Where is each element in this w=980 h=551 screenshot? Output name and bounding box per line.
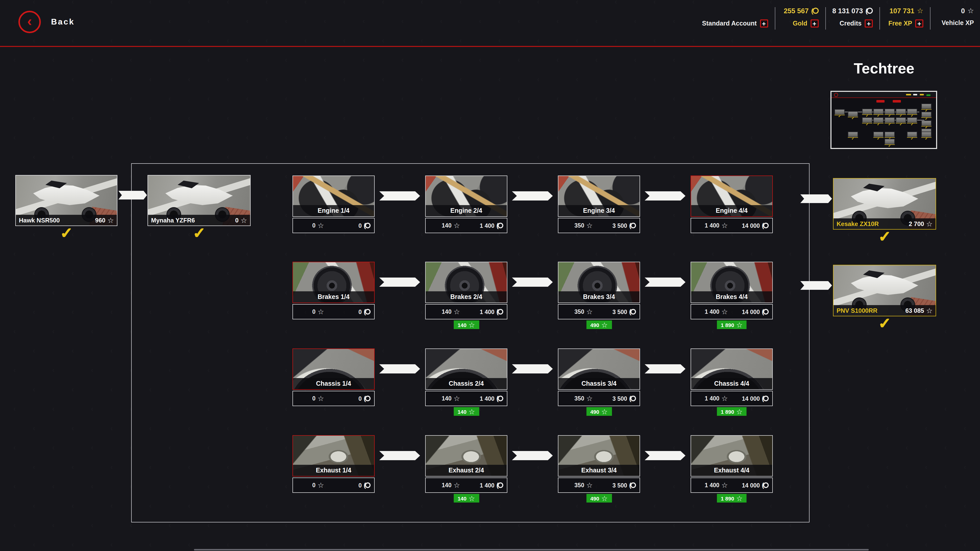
- upgrade-card[interactable]: Chassis 1/40☆0(: [293, 348, 375, 406]
- credits-value: 8 131 073: [832, 7, 863, 14]
- upgrade-cost-bar: 140☆1 400(: [425, 478, 508, 493]
- xp-cost: 0: [312, 395, 316, 402]
- arrow-icon: [645, 451, 686, 460]
- minimap-currency-dash: [926, 94, 931, 96]
- upgrade-card[interactable]: Engine 3/4350☆3 500(: [558, 176, 640, 233]
- gold-coin-icon: (: [811, 7, 819, 14]
- credits-cost: 14 000: [742, 482, 760, 488]
- credits-cost: 3 500: [612, 222, 627, 229]
- earned-xp-badge: 1 890☆: [717, 321, 747, 329]
- bike-photo: Hawk NSR500 960☆: [15, 175, 118, 226]
- divider: [930, 7, 931, 30]
- upgrade-row-brakes: Brakes 1/40☆0(Brakes 2/4140☆1 400(140☆Br…: [293, 262, 773, 319]
- upgrade-card[interactable]: Exhaust 2/4140☆1 400(140☆: [425, 435, 508, 493]
- upgrade-card[interactable]: Exhaust 3/4350☆3 500(490☆: [558, 435, 640, 493]
- star-icon: ☆: [586, 481, 593, 489]
- arrow-icon: [800, 281, 832, 290]
- upgrade-part-photo: Chassis 3/4: [558, 348, 640, 390]
- credits-cost: 1 400: [480, 309, 495, 315]
- upgrade-label: Chassis 4/4: [691, 378, 772, 389]
- star-icon: ☆: [318, 221, 324, 230]
- upgrade-card[interactable]: Chassis 3/4350☆3 500(490☆: [558, 348, 640, 406]
- minimap-bike-thumb: [907, 109, 917, 114]
- upgrade-cost-bar: 350☆3 500(: [558, 391, 640, 406]
- upgrade-label: Engine 3/4: [558, 205, 640, 216]
- earned-xp-badge: 140☆: [453, 407, 479, 416]
- bike-card-kesake-zx10r[interactable]: Kesake ZX10R 2 700☆ ✓: [833, 178, 936, 230]
- minimap-check-icon: ✓: [925, 137, 928, 141]
- bike-stars: 63 085: [905, 307, 924, 314]
- bike-stars: 2 700: [909, 220, 924, 227]
- earned-xp-badge: 1 890☆: [717, 407, 747, 416]
- star-icon: ☆: [586, 308, 593, 316]
- credits-cost: 1 400: [480, 222, 495, 229]
- upgrade-cost-bar: 0☆0(: [293, 391, 375, 406]
- account-plus-button[interactable]: +: [760, 19, 768, 27]
- credits-cost: 1 400: [480, 482, 495, 488]
- bike-card-hawk-nsr500[interactable]: Hawk NSR500 960☆ ✓: [15, 175, 118, 226]
- currency-bar: Standard Account + 255 567 ( Gold + 8 13…: [702, 6, 974, 30]
- xp-cost: 0: [312, 222, 316, 229]
- arrow-icon: [379, 191, 420, 200]
- upgrade-part-photo: Exhaust 3/4: [558, 435, 640, 476]
- star-icon: ☆: [721, 394, 728, 403]
- xp-cost: 0: [312, 309, 316, 315]
- vehicle-xp-value: 0: [961, 7, 965, 14]
- upgrade-card[interactable]: Exhaust 1/40☆0(: [293, 435, 375, 493]
- minimap-red-badge: [893, 100, 901, 103]
- star-icon: ☆: [926, 306, 932, 314]
- free-xp-label: Free XP: [888, 20, 912, 27]
- owned-check-icon: ✓: [60, 224, 73, 242]
- upgrade-card[interactable]: Brakes 4/41 400☆14 000(1 890☆: [690, 262, 773, 319]
- free-xp-star-icon: ☆: [917, 6, 923, 15]
- upgrade-cost-bar: 0☆0(: [293, 218, 375, 233]
- upgrade-label: Engine 4/4: [691, 205, 772, 216]
- bike-name: PNV S1000RR: [837, 307, 877, 314]
- star-icon: ☆: [721, 308, 728, 316]
- upgrade-card[interactable]: Brakes 1/40☆0(: [293, 262, 375, 319]
- upgrade-card[interactable]: Engine 2/4140☆1 400(: [425, 176, 508, 233]
- techtree-screen: ‹‹‹‹‹‹‹‹‹‹‹‹‹‹‹‹‹‹‹‹‹‹‹‹‹‹‹‹‹‹‹‹‹‹‹‹‹‹‹‹…: [0, 0, 980, 551]
- horizontal-scrollbar[interactable]: [194, 549, 869, 551]
- star-icon: ☆: [601, 494, 608, 502]
- upgrade-card[interactable]: Chassis 2/4140☆1 400(140☆: [425, 348, 508, 406]
- upgrade-row-chassis: Chassis 1/40☆0(Chassis 2/4140☆1 400(140☆…: [293, 348, 773, 406]
- upgrade-card[interactable]: Chassis 4/41 400☆14 000(1 890☆: [690, 348, 773, 406]
- credits-coin-icon: (: [496, 308, 503, 316]
- page-title: Techtree: [830, 60, 938, 77]
- bike-card-mynaha-yzfr6[interactable]: Mynaha YZFR6 0☆ ✓: [148, 175, 251, 226]
- credits-cost: 0: [359, 222, 362, 229]
- upgrade-card[interactable]: Engine 1/40☆0(: [293, 176, 375, 233]
- star-icon: ☆: [469, 494, 475, 502]
- minimap-bike-thumb: [873, 132, 883, 137]
- techtree-minimap[interactable]: ✓✓✓✓✓✓✓✓✓✓✓✓✓✓✓✓✓✓✓✓✓✓: [830, 91, 937, 149]
- minimap-currency-dash: [906, 94, 911, 95]
- arrow-icon: [800, 194, 832, 203]
- back-button[interactable]: ‹ Back: [18, 11, 75, 33]
- upgrade-part-photo: Chassis 4/4: [690, 348, 773, 390]
- arrow-icon: [379, 278, 420, 287]
- upgrade-part-photo: Brakes 4/4: [690, 262, 773, 303]
- upgrade-card[interactable]: Brakes 3/4350☆3 500(490☆: [558, 262, 640, 319]
- minimap-bike-thumb: [921, 112, 932, 118]
- minimap-bike-thumb: [885, 118, 895, 123]
- xp-cost: 140: [442, 309, 452, 315]
- gold-plus-button[interactable]: +: [810, 19, 818, 27]
- minimap-bike-thumb: [885, 139, 895, 144]
- upgrade-card[interactable]: Engine 4/41 400☆14 000(: [690, 176, 773, 233]
- star-icon: ☆: [453, 308, 460, 316]
- free-xp-plus-button[interactable]: +: [915, 19, 923, 27]
- credits-cost: 1 400: [480, 395, 495, 402]
- upgrade-cost-bar: 350☆3 500(: [558, 304, 640, 319]
- credits-plus-button[interactable]: +: [865, 19, 873, 27]
- upgrade-part-photo: Exhaust 4/4: [690, 435, 773, 476]
- bike-name: Kesake ZX10R: [837, 220, 879, 227]
- upgrade-card[interactable]: Brakes 2/4140☆1 400(140☆: [425, 262, 508, 319]
- bike-stars: 0: [235, 217, 239, 224]
- vehicle-xp-label: Vehicle XP: [942, 19, 974, 27]
- upgrade-part-photo: Exhaust 1/4: [293, 435, 375, 476]
- upgrade-card[interactable]: Exhaust 4/41 400☆14 000(1 890☆: [690, 435, 773, 493]
- bike-card-pnv-s1000rr[interactable]: PNV S1000RR 63 085☆ ✓: [833, 265, 936, 316]
- upgrade-connector: [508, 262, 558, 319]
- upgrade-cost-bar: 0☆0(: [293, 304, 375, 319]
